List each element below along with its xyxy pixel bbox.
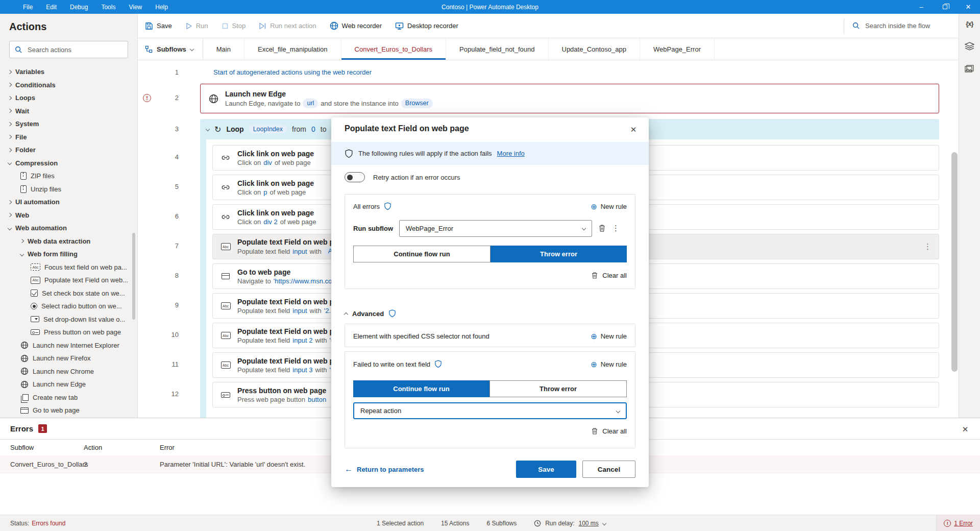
search-actions-input[interactable]: Search actions <box>9 41 128 58</box>
dialog-close-button[interactable]: ✕ <box>627 124 640 136</box>
menu-edit[interactable]: Edit <box>39 0 63 14</box>
tree-label: Unzip files <box>31 185 61 193</box>
action-launch-new-edge[interactable]: Launch new Edge Launch Edge, navigate to… <box>200 84 939 113</box>
tree-group-web-form-filling[interactable]: Web form filling <box>0 248 137 261</box>
variables-pane-button[interactable]: {x} <box>966 20 973 28</box>
subflows-label: Subflows <box>157 45 186 53</box>
tab-excel-file-manipulation[interactable]: Excel_file_manipulation <box>244 38 341 60</box>
tab-webpage-error[interactable]: WebPage_Error <box>640 38 715 60</box>
tree-action-launch-edge[interactable]: Launch new Edge <box>0 378 137 391</box>
tree-action-unzip-files[interactable]: Unzip files <box>0 183 137 196</box>
sidebar-scrollbar[interactable] <box>132 233 135 320</box>
images-pane-button[interactable] <box>965 65 974 73</box>
continue-flow-run-option[interactable]: Continue flow run <box>353 246 491 262</box>
menu-view[interactable]: View <box>122 0 149 14</box>
stop-button[interactable]: Stop <box>222 22 246 30</box>
clear-all-button[interactable]: Clear all <box>345 427 635 435</box>
retry-toggle[interactable] <box>345 172 365 182</box>
save-dialog-button[interactable]: Save <box>516 461 576 478</box>
tree-action-zip-files[interactable]: ZIP files <box>0 170 137 183</box>
tree-group-web-data-extraction[interactable]: Web data extraction <box>0 235 137 248</box>
run-delay-control[interactable]: Run delay: 100 ms <box>534 520 606 527</box>
minimize-button[interactable]: – <box>910 0 933 14</box>
menu-file[interactable]: File <box>16 0 39 14</box>
tree-group-compression[interactable]: Compression <box>0 157 137 170</box>
menu-tools[interactable]: Tools <box>94 0 122 14</box>
menu-debug[interactable]: Debug <box>63 0 94 14</box>
desktop-recorder-button[interactable]: Desktop recorder <box>395 22 458 30</box>
tree-group-variables[interactable]: Variables <box>0 65 137 79</box>
run-next-action-button[interactable]: Run next action <box>259 22 316 30</box>
tree-action-launch-ie[interactable]: Launch new Internet Explorer <box>0 339 137 352</box>
new-rule-button[interactable]: ⊕New rule <box>591 203 627 210</box>
collapse-loop-icon[interactable] <box>206 127 210 131</box>
tree-group-web-automation[interactable]: Web automation <box>0 222 137 235</box>
tab-convert-euros-to-dollars[interactable]: Convert_Euros_to_Dollars <box>341 38 446 60</box>
new-rule-button[interactable]: ⊕New rule <box>591 332 627 340</box>
tree-action-focus-text-field[interactable]: AbcFocus text field on web pa... <box>0 261 137 274</box>
tree-action-select-radio[interactable]: Select radio button on we... <box>0 300 137 313</box>
return-to-parameters-link[interactable]: ← Return to parameters <box>345 465 424 474</box>
tree-group-loops[interactable]: Loops <box>0 91 137 105</box>
tree-group-conditionals[interactable]: Conditionals <box>0 79 137 92</box>
row-number: 7 <box>166 242 179 250</box>
tree-action-launch-chrome[interactable]: Launch new Chrome <box>0 365 137 378</box>
close-button[interactable]: ✕ <box>957 0 980 14</box>
run-button[interactable]: Run <box>185 22 208 30</box>
throw-error-option[interactable]: Throw error <box>489 380 627 397</box>
variable-pill[interactable]: LoopIndex <box>249 125 287 133</box>
tab-update-contoso-app[interactable]: Update_Contoso_app <box>549 38 641 60</box>
tree-action-set-checkbox[interactable]: Set check box state on we... <box>0 287 137 300</box>
search-flow-input[interactable]: Search inside the flow <box>844 18 953 34</box>
error-circle-icon: ! <box>944 520 951 527</box>
rule-kebab-menu[interactable]: ⋮ <box>612 224 620 233</box>
subflows-dropdown[interactable]: Subflows <box>138 38 203 60</box>
flow-scrollbar[interactable] <box>951 152 958 372</box>
tree-group-system[interactable]: System <box>0 117 137 131</box>
restore-button[interactable] <box>933 0 957 14</box>
variable-pill[interactable]: url <box>303 99 318 108</box>
flow-comment[interactable]: Start of autogenerated actions using the… <box>213 68 372 76</box>
clear-all-button[interactable]: Clear all <box>345 272 635 279</box>
save-button[interactable]: Save <box>145 22 172 30</box>
tree-group-file[interactable]: File <box>0 131 137 144</box>
dialog-resize-grip[interactable] <box>643 481 647 485</box>
row-kebab-menu[interactable]: ⋮ <box>924 242 932 251</box>
tree-group-folder[interactable]: Folder <box>0 143 137 157</box>
tree-action-launch-firefox[interactable]: Launch new Firefox <box>0 352 137 365</box>
run-subflow-dropdown[interactable]: WebPage_Error <box>399 220 592 237</box>
cancel-dialog-button[interactable]: Cancel <box>582 461 635 478</box>
tree-group-wait[interactable]: Wait <box>0 105 137 118</box>
abc-icon: Abc <box>31 277 40 284</box>
errors-panel-close-button[interactable]: ✕ <box>959 423 972 436</box>
subflow-tabs: Subflows Main Excel_file_manipulation Co… <box>138 38 959 60</box>
tree-action-go-to-web-page[interactable]: Go to web page <box>0 404 137 417</box>
tab-label: Update_Contoso_app <box>562 45 627 53</box>
tree-label: Web form filling <box>28 250 78 258</box>
tree-action-create-new-tab[interactable]: Create new tab <box>0 391 137 404</box>
tab-populate-field-not-found[interactable]: Populate_field_not_found <box>446 38 548 60</box>
status-label: Status: <box>10 520 29 527</box>
more-info-link[interactable]: More info <box>497 150 525 157</box>
menu-help[interactable]: Help <box>149 0 175 14</box>
throw-error-option[interactable]: Throw error <box>491 246 627 262</box>
tree-group-web[interactable]: Web <box>0 209 137 222</box>
variable-pill[interactable]: Browser <box>401 99 433 108</box>
ui-elements-pane-button[interactable] <box>965 42 974 51</box>
run-delay-value[interactable]: 100 ms <box>579 520 599 527</box>
abc-icon: Abc <box>221 361 231 369</box>
advanced-section-toggle[interactable]: Advanced <box>345 309 396 318</box>
error-count-button[interactable]: ! 1 Error <box>936 515 980 531</box>
arrow-left-icon: ← <box>345 465 353 474</box>
continue-flow-run-option[interactable]: Continue flow run <box>353 380 489 397</box>
web-recorder-button[interactable]: Web recorder <box>330 21 382 30</box>
tab-main[interactable]: Main <box>203 38 244 60</box>
tree-action-set-dropdown[interactable]: Set drop-down list value o... <box>0 313 137 326</box>
tree-action-populate-text-field[interactable]: AbcPopulate text Field on web... <box>0 274 137 287</box>
tree-group-ui-automation[interactable]: UI automation <box>0 196 137 209</box>
new-rule-button[interactable]: ⊕New rule <box>591 360 627 368</box>
tree-action-press-button[interactable]: Press button on web page <box>0 326 137 339</box>
delete-rule-icon[interactable] <box>598 224 606 232</box>
failure-action-dropdown[interactable]: Repeat action <box>353 402 627 419</box>
globe-icon <box>20 380 29 389</box>
